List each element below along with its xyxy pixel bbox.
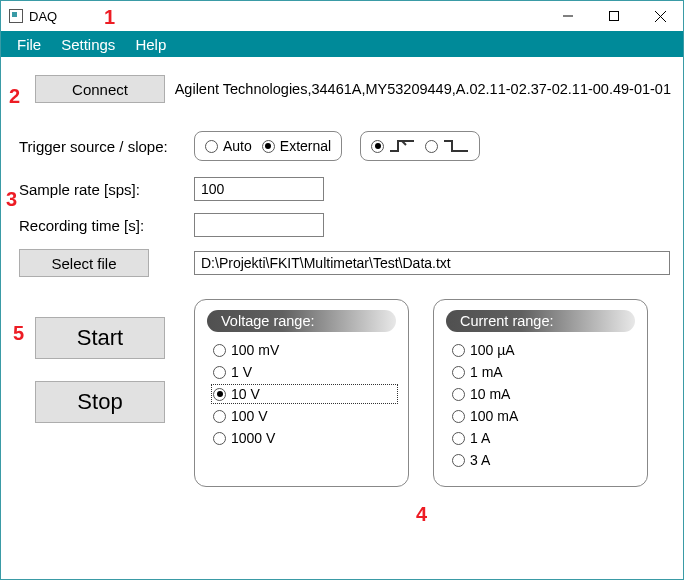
annotation-3: 3: [6, 188, 17, 211]
stop-button[interactable]: Stop: [35, 381, 165, 423]
voltage-range-panel: Voltage range: 100 mV 1 V 10 V 100 V 100…: [194, 299, 409, 487]
app-icon: [9, 9, 23, 23]
select-file-button[interactable]: Select file: [19, 249, 149, 277]
recording-time-input[interactable]: [194, 213, 324, 237]
trigger-source-group: Auto External: [194, 131, 342, 161]
voltage-range-option-2[interactable]: 10 V: [213, 386, 396, 402]
minimize-button[interactable]: [545, 1, 591, 31]
voltage-range-option-3[interactable]: 100 V: [213, 408, 396, 424]
current-range-option-4[interactable]: 1 A: [452, 430, 635, 446]
trigger-label: Trigger source / slope:: [19, 138, 194, 155]
rising-edge-icon: [389, 139, 415, 153]
svg-rect-1: [610, 12, 619, 21]
current-range-option-3[interactable]: 100 mA: [452, 408, 635, 424]
sample-rate-input[interactable]: [194, 177, 324, 201]
close-button[interactable]: [637, 1, 683, 31]
voltage-range-option-4[interactable]: 1000 V: [213, 430, 396, 446]
current-range-option-0[interactable]: 100 µA: [452, 342, 635, 358]
device-id-text: Agilent Technologies,34461A,MY53209449,A…: [175, 81, 671, 97]
file-path-input[interactable]: [194, 251, 670, 275]
trigger-source-external[interactable]: External: [262, 138, 331, 154]
voltage-range-header: Voltage range:: [207, 310, 396, 332]
annotation-5: 5: [13, 322, 24, 345]
trigger-slope-rising[interactable]: [371, 139, 415, 153]
current-range-option-1[interactable]: 1 mA: [452, 364, 635, 380]
trigger-source-auto[interactable]: Auto: [205, 138, 252, 154]
maximize-button[interactable]: [591, 1, 637, 31]
current-range-header: Current range:: [446, 310, 635, 332]
sample-rate-label: Sample rate [sps]:: [19, 181, 194, 198]
voltage-range-option-1[interactable]: 1 V: [213, 364, 396, 380]
trigger-slope-falling[interactable]: [425, 139, 469, 153]
voltage-range-option-0[interactable]: 100 mV: [213, 342, 396, 358]
current-range-panel: Current range: 100 µA 1 mA 10 mA 100 mA …: [433, 299, 648, 487]
falling-edge-icon: [443, 139, 469, 153]
menu-settings[interactable]: Settings: [51, 36, 125, 53]
menu-help[interactable]: Help: [125, 36, 176, 53]
trigger-slope-group: [360, 131, 480, 161]
menubar: File Settings Help: [1, 31, 683, 57]
current-range-option-5[interactable]: 3 A: [452, 452, 635, 468]
annotation-2: 2: [9, 85, 20, 108]
menu-file[interactable]: File: [7, 36, 51, 53]
annotation-1: 1: [104, 6, 115, 29]
annotation-4: 4: [416, 503, 427, 526]
recording-time-label: Recording time [s]:: [19, 217, 194, 234]
start-button[interactable]: Start: [35, 317, 165, 359]
window-title: DAQ: [29, 9, 57, 24]
current-range-option-2[interactable]: 10 mA: [452, 386, 635, 402]
connect-button[interactable]: Connect: [35, 75, 165, 103]
